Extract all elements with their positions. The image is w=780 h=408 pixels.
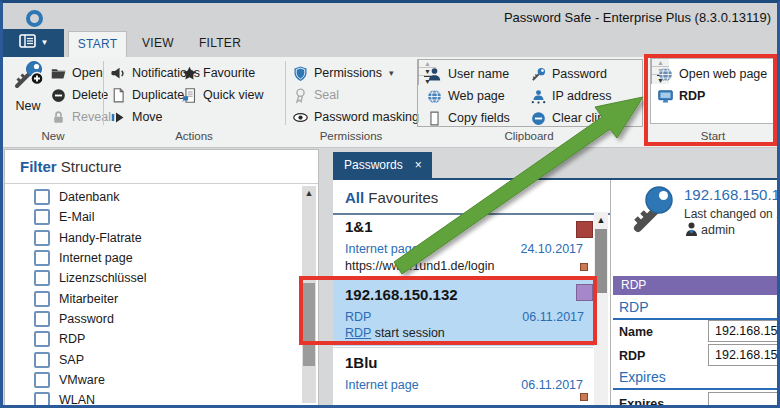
delete-button[interactable]: Delete xyxy=(50,84,108,106)
page-copy-icon xyxy=(426,110,443,127)
list-item-selected[interactable]: 192.168.150.132 RDP 06.11.2017 RDP start… xyxy=(333,280,598,346)
quick-view-button[interactable]: Quick view xyxy=(181,84,263,106)
title-bar: Password Safe - Enterprise Plus (8.3.0.1… xyxy=(3,3,777,29)
copy-password-button[interactable]: Password xyxy=(530,63,622,85)
checkbox[interactable] xyxy=(34,230,50,246)
copy-ip-address-button[interactable]: IP address xyxy=(530,85,622,107)
new-button[interactable]: New xyxy=(7,60,49,124)
group-label-actions: Actions xyxy=(103,129,285,145)
name-field[interactable] xyxy=(708,320,780,342)
filter-item-password[interactable]: Password xyxy=(5,309,300,329)
color-tag xyxy=(576,284,593,301)
expires-field[interactable] xyxy=(708,392,780,408)
lock-icon xyxy=(50,109,67,126)
scrollbar-thumb[interactable] xyxy=(595,229,607,293)
filter-item-datenbank[interactable]: Datenbank xyxy=(5,187,300,207)
open-web-page-label: Open web page xyxy=(679,67,767,81)
person-network-icon xyxy=(530,88,547,105)
filter-item-mitarbeiter[interactable]: Mitarbeiter xyxy=(5,288,300,308)
filter-item-label: Mitarbeiter xyxy=(59,292,118,306)
checkbox[interactable] xyxy=(34,392,50,408)
password-masking-button[interactable]: Password masking xyxy=(292,106,419,128)
filter-item-lizenzschluessel[interactable]: Lizenzschlüssel xyxy=(5,268,300,288)
scroll-up-icon[interactable]: ▲ xyxy=(594,212,608,228)
tab-passwords[interactable]: Passwords × xyxy=(333,152,432,178)
duplicate-button[interactable]: Duplicate xyxy=(110,84,184,106)
filter-item-label: WLAN xyxy=(59,393,95,407)
checkbox[interactable] xyxy=(34,270,50,286)
entry-type-link[interactable]: Internet page xyxy=(345,378,419,392)
group-separator xyxy=(103,61,104,125)
filter-structure-panel: Filter Structure Datenbank E-Mail Handy-… xyxy=(4,149,319,406)
open-button-label: Open xyxy=(72,66,103,80)
checkbox[interactable] xyxy=(34,372,50,388)
section-heading-rdp: RDP xyxy=(619,299,649,315)
tab-filter[interactable]: FILTER xyxy=(189,31,251,56)
filter-item-wlan[interactable]: WLAN xyxy=(5,390,300,408)
entry-date: 06.11.2017 xyxy=(522,310,584,324)
ribbon-tab-row: ▼ START VIEW FILTER xyxy=(3,29,777,57)
open-button[interactable]: Open xyxy=(50,62,103,84)
checkbox[interactable] xyxy=(34,291,50,307)
close-icon[interactable]: × xyxy=(415,158,422,172)
entry-date: 06.11.2017 xyxy=(521,378,583,392)
checkbox[interactable] xyxy=(34,352,50,368)
filter-item-sap[interactable]: SAP xyxy=(5,349,300,369)
copy-user-name-button[interactable]: User name xyxy=(426,63,509,85)
checkbox[interactable] xyxy=(34,209,50,225)
chevron-down-icon: ▾ xyxy=(389,68,394,78)
app-menu-button[interactable]: ▼ xyxy=(3,29,64,57)
clear-clipboard-button[interactable]: Clear clipboard xyxy=(530,107,622,129)
filter-item-vmware[interactable]: VMware xyxy=(5,370,300,390)
copy-web-page-button[interactable]: Web page xyxy=(426,85,505,107)
section-heading-expires: Expires xyxy=(619,369,666,385)
tab-start[interactable]: START xyxy=(68,31,127,57)
tab-passwords-label: Passwords xyxy=(344,158,403,172)
permissions-button[interactable]: Permissions ▾ xyxy=(292,62,394,84)
owner-name: admin xyxy=(701,223,735,237)
filter-item-handy-flatrate[interactable]: Handy-Flatrate xyxy=(5,228,300,248)
page-icon xyxy=(110,87,127,104)
page-lines-icon xyxy=(181,87,198,104)
filter-item-internet-page[interactable]: Internet page xyxy=(5,248,300,268)
divider xyxy=(333,213,610,215)
filter-item-email[interactable]: E-Mail xyxy=(5,207,300,227)
open-web-page-button[interactable]: Open web page xyxy=(657,63,767,85)
checkbox[interactable] xyxy=(34,250,50,266)
filter-item-rdp[interactable]: RDP xyxy=(5,329,300,349)
folder-open-icon xyxy=(50,65,67,82)
checkbox[interactable] xyxy=(34,189,50,205)
list-item[interactable]: 1Blu Internet page 06.11.2017 xyxy=(333,348,593,405)
field-label-rdp: RDP xyxy=(619,349,645,363)
tab-view[interactable]: VIEW xyxy=(133,31,183,56)
group-label-start: Start xyxy=(650,129,776,145)
section-divider xyxy=(613,388,780,390)
move-button[interactable]: Move xyxy=(110,106,163,128)
megaphone-icon xyxy=(110,65,127,82)
copy-web-page-label: Web page xyxy=(448,89,505,103)
rdp-session-link[interactable]: RDP xyxy=(345,326,371,340)
seal-button: Seal xyxy=(292,84,339,106)
password-masking-label: Password masking xyxy=(314,110,419,124)
reveal-button-label: Reveal xyxy=(72,110,111,124)
scroll-up-icon[interactable]: ▲ xyxy=(302,186,316,201)
list-item[interactable]: 1&1 Internet page 24.10.2017 https://www… xyxy=(333,216,593,279)
scrollbar-thumb[interactable] xyxy=(303,283,315,366)
entry-type-link[interactable]: RDP xyxy=(345,310,371,324)
sidebar-scrollbar[interactable]: ▲ xyxy=(302,186,316,403)
checkbox[interactable] xyxy=(34,311,50,327)
favourite-button[interactable]: Favourite xyxy=(181,62,255,84)
copy-fields-button[interactable]: Copy fields xyxy=(426,107,510,129)
rdp-field[interactable] xyxy=(708,344,780,366)
star-icon xyxy=(181,65,198,82)
rdp-start-label: RDP xyxy=(679,89,705,103)
rdp-start-button[interactable]: RDP xyxy=(657,85,705,107)
monitor-icon xyxy=(657,88,674,105)
list-scrollbar[interactable]: ▲ xyxy=(594,212,608,405)
entry-type-link[interactable]: Internet page xyxy=(345,242,419,256)
eye-icon xyxy=(292,109,309,126)
minus-circle-blue-icon xyxy=(530,110,547,127)
entry-date: 24.10.2017 xyxy=(520,242,583,256)
checkbox[interactable] xyxy=(34,331,50,347)
filter-item-label: E-Mail xyxy=(59,210,94,224)
